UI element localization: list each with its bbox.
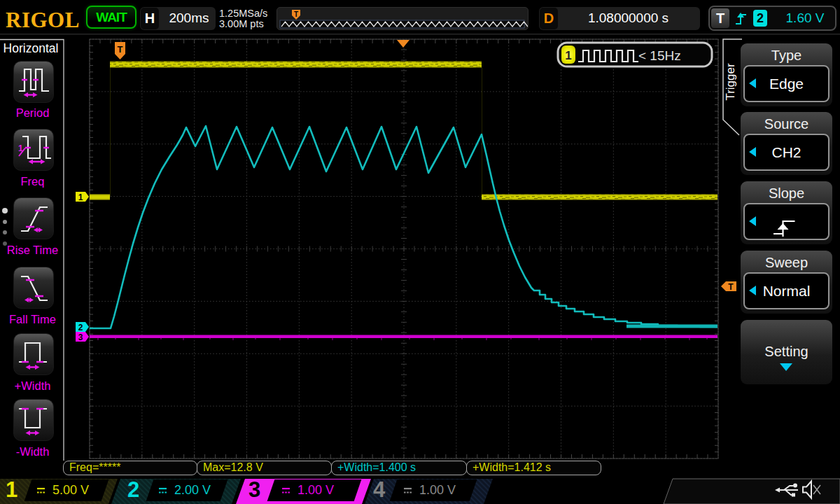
svg-text:T: T [728, 282, 734, 292]
svg-text:T: T [118, 44, 123, 55]
svg-text:1: 1 [565, 49, 571, 62]
svg-text:T: T [294, 10, 298, 18]
svg-text:< 15Hz: < 15Hz [638, 48, 681, 63]
